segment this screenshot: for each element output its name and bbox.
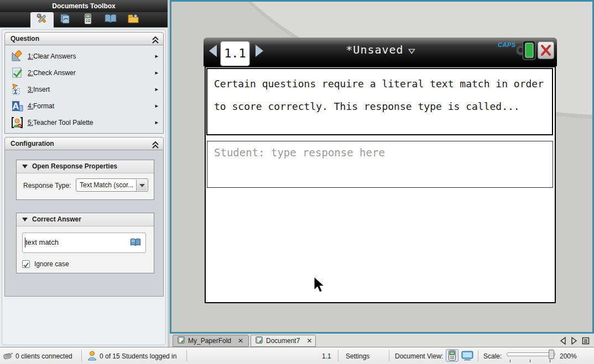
title-dropdown-icon: ▽ bbox=[408, 46, 416, 56]
clients-icon bbox=[3, 352, 13, 361]
menu-item-format[interactable]: A 4:Format ▸ bbox=[6, 98, 163, 114]
page-indicator[interactable]: 1.1 bbox=[322, 352, 331, 360]
caps-indicator: CAPS bbox=[498, 41, 516, 48]
submenu-arrow-icon: ▸ bbox=[155, 86, 158, 93]
slider-tick bbox=[510, 360, 510, 362]
document-icon bbox=[178, 336, 185, 345]
submenu-arrow-icon: ▸ bbox=[155, 69, 158, 76]
svg-text:A: A bbox=[12, 101, 19, 112]
question-section-title: Question bbox=[11, 35, 39, 43]
mouse-cursor bbox=[312, 276, 327, 296]
group-title: Correct Answer bbox=[32, 215, 81, 223]
menu-item-label: 4:Format bbox=[28, 102, 54, 110]
status-bar: 0 clients connected 0 of 15 Students log… bbox=[0, 347, 594, 364]
configuration-section-header[interactable]: Configuration bbox=[4, 137, 164, 150]
scale-slider-track[interactable] bbox=[507, 352, 555, 356]
correct-answer-group: Correct Answer text match Ignore case bbox=[16, 213, 154, 273]
tab-page-sorter[interactable] bbox=[54, 12, 77, 28]
menu-item-teacher-tool-palette[interactable]: 5:Teacher Tool Palette ▸ bbox=[6, 114, 163, 131]
document-tab-my-paperfold[interactable]: My_PaperFold ✕ bbox=[173, 335, 249, 347]
submenu-arrow-icon: ▸ bbox=[155, 119, 158, 126]
menu-item-check-answer[interactable]: 2:Check Answer ▸ bbox=[6, 65, 163, 81]
tab-list-icon[interactable] bbox=[582, 337, 590, 347]
statusbar-separator bbox=[389, 350, 389, 361]
configuration-section-title: Configuration bbox=[11, 140, 54, 147]
ignore-case-checkbox[interactable] bbox=[22, 260, 30, 268]
menu-item-clear-answers[interactable]: 1:Clear Answers ▸ bbox=[6, 48, 163, 65]
correct-answer-value: text match bbox=[25, 238, 59, 246]
document-tab-strip: My_PaperFold ✕ Document7 ✕ bbox=[170, 334, 594, 347]
scroll-tabs-right-icon[interactable] bbox=[571, 337, 577, 347]
submenu-arrow-icon: ▸ bbox=[155, 52, 158, 60]
expand-triangle-icon bbox=[22, 165, 28, 168]
configuration-body: Open Response Properties Response Type: … bbox=[4, 150, 164, 297]
tab-handheld[interactable] bbox=[76, 12, 100, 28]
document-tab-document7[interactable]: Document7 ✕ bbox=[251, 335, 316, 347]
handheld-icon bbox=[84, 13, 92, 27]
emulator-page: Certain questions require a literal text… bbox=[205, 66, 556, 303]
document-view-handheld-button[interactable] bbox=[446, 349, 458, 362]
correct-answer-input[interactable]: text match bbox=[22, 233, 146, 253]
documents-toolbox-panel: Documents Toolbox Question 1:Clear Answe… bbox=[0, 0, 168, 347]
submenu-arrow-icon: ▸ bbox=[155, 102, 158, 109]
students-status[interactable]: 0 of 15 Students logged in bbox=[100, 352, 176, 360]
document-icon bbox=[256, 336, 263, 345]
eraser-icon bbox=[11, 50, 23, 62]
check-answer-icon bbox=[11, 67, 23, 79]
statusbar-separator bbox=[81, 350, 82, 361]
statusbar-separator bbox=[478, 350, 478, 361]
slider-tick bbox=[550, 360, 550, 362]
format-icon: A bbox=[11, 100, 23, 112]
student-response-box[interactable]: Student: type response here bbox=[207, 141, 553, 188]
chevron-down-icon bbox=[139, 184, 145, 187]
panel-title: Documents Toolbox bbox=[0, 0, 168, 12]
tab-content-guide[interactable] bbox=[99, 12, 122, 28]
document-title-text: *Unsaved bbox=[346, 43, 403, 56]
tab-scroll-controls bbox=[560, 337, 590, 347]
menu-item-label: 3:Insert bbox=[28, 86, 50, 93]
scale-label: Scale: bbox=[483, 352, 502, 360]
close-document-button[interactable] bbox=[538, 41, 554, 59]
toolbox-toolbar bbox=[0, 12, 168, 28]
symbol-palette-book-icon[interactable] bbox=[130, 238, 141, 249]
document-view-label: Document View: bbox=[395, 352, 443, 360]
teacher-tool-icon bbox=[11, 117, 23, 129]
menu-item-label: 5:Teacher Tool Palette bbox=[28, 119, 93, 126]
tab-close-icon[interactable]: ✕ bbox=[306, 337, 312, 345]
insert-icon bbox=[11, 83, 23, 96]
tools-icon bbox=[37, 13, 48, 27]
emulator-header: 1.1 *Unsaved▽ CAPS bbox=[204, 38, 557, 66]
scale-slider-thumb[interactable] bbox=[549, 350, 554, 359]
clients-status[interactable]: 0 clients connected bbox=[15, 352, 72, 360]
document-tab-label: My_PaperFold bbox=[188, 337, 231, 345]
page-sorter-icon bbox=[60, 13, 71, 27]
tab-tools[interactable] bbox=[30, 12, 54, 28]
response-type-dropdown[interactable]: Text Match (scor... bbox=[76, 178, 148, 192]
correct-answer-header[interactable]: Correct Answer bbox=[17, 213, 154, 226]
ignore-case-label: Ignore case bbox=[34, 260, 69, 268]
response-type-label: Response Type: bbox=[23, 182, 71, 189]
dropdown-arrow-button[interactable] bbox=[136, 180, 147, 191]
response-type-value: Text Match (scor... bbox=[80, 181, 134, 189]
open-response-properties-group: Open Response Properties Response Type: … bbox=[16, 160, 154, 200]
open-response-properties-header[interactable]: Open Response Properties bbox=[17, 160, 154, 173]
document-workspace: 1.1 *Unsaved▽ CAPS Certain questions req… bbox=[170, 0, 594, 334]
document-view-computer-button[interactable] bbox=[461, 351, 473, 362]
settings-button[interactable]: Settings bbox=[346, 352, 369, 360]
content-explorer-icon bbox=[128, 14, 139, 26]
menu-item-insert[interactable]: 3:Insert ▸ bbox=[6, 81, 163, 98]
menu-item-label: 1:Clear Answers bbox=[28, 52, 76, 60]
tab-close-icon[interactable]: ✕ bbox=[238, 337, 243, 345]
tab-content-explorer[interactable] bbox=[122, 12, 145, 28]
battery-icon bbox=[517, 40, 536, 63]
question-section-header[interactable]: Question bbox=[4, 32, 164, 45]
scale-value: 200% bbox=[560, 352, 577, 360]
document-tab-label: Document7 bbox=[266, 337, 300, 345]
question-menu: 1:Clear Answers ▸ 2:Check Answer ▸ 3:Ins… bbox=[4, 45, 164, 134]
student-icon bbox=[87, 351, 97, 362]
slider-tick bbox=[530, 360, 530, 362]
question-text-box[interactable]: Certain questions require a literal text… bbox=[206, 68, 553, 135]
group-title: Open Response Properties bbox=[32, 162, 117, 170]
scroll-tabs-left-icon[interactable] bbox=[560, 337, 566, 347]
statusbar-separator bbox=[338, 350, 338, 361]
